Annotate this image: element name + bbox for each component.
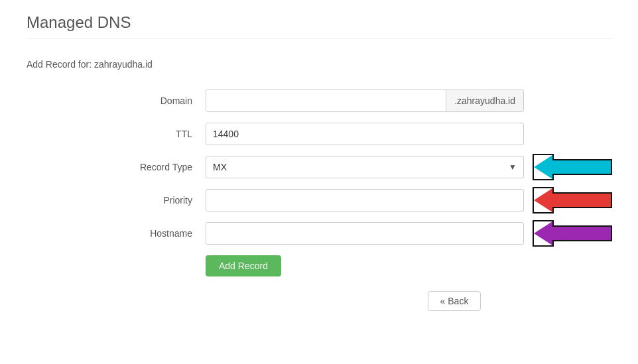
ttl-label: TTL (27, 129, 206, 139)
ttl-input[interactable] (206, 123, 524, 145)
subtitle: Add Record for: zahrayudha.id (27, 59, 611, 70)
domain-suffix: .zahrayudha.id (446, 90, 523, 111)
cyan-arrow-body (552, 159, 612, 175)
record-type-select[interactable]: A AAAA CNAME MX TXT NS SRV (206, 156, 523, 178)
cyan-arrow-head (534, 155, 552, 179)
page-container: Managed DNS Add Record for: zahrayudha.i… (0, 0, 638, 335)
purple-arrow-body (552, 225, 612, 241)
priority-label: Priority (27, 195, 206, 206)
purple-arrow-head (534, 221, 552, 245)
add-record-row: Add Record (27, 255, 611, 276)
priority-row: Priority (27, 189, 611, 212)
domain-wrapper: .zahrayudha.id (206, 90, 524, 112)
domain-row: Domain .zahrayudha.id (27, 90, 611, 112)
back-button-container: « Back (206, 287, 524, 311)
record-type-row: Record Type A AAAA CNAME MX TXT NS SRV ▼ (27, 156, 611, 178)
record-type-select-wrapper: A AAAA CNAME MX TXT NS SRV ▼ (206, 156, 524, 178)
back-row: « Back (27, 287, 611, 311)
page-title: Managed DNS (27, 13, 611, 39)
back-button[interactable]: « Back (428, 291, 481, 311)
hostname-input[interactable] (206, 222, 524, 245)
add-record-button[interactable]: Add Record (206, 255, 281, 276)
priority-input[interactable] (206, 189, 524, 212)
form-area: Domain .zahrayudha.id TTL Record Type A … (27, 90, 611, 311)
ttl-row: TTL (27, 123, 611, 145)
domain-input[interactable] (206, 90, 446, 111)
purple-arrow (534, 221, 612, 245)
hostname-label: Hostname (27, 228, 206, 239)
red-arrow (534, 188, 612, 212)
hostname-row: Hostname (27, 222, 611, 245)
domain-label: Domain (27, 95, 206, 106)
record-type-label: Record Type (27, 162, 206, 172)
cyan-arrow (534, 155, 612, 179)
red-arrow-body (552, 192, 612, 208)
red-arrow-head (534, 188, 552, 212)
